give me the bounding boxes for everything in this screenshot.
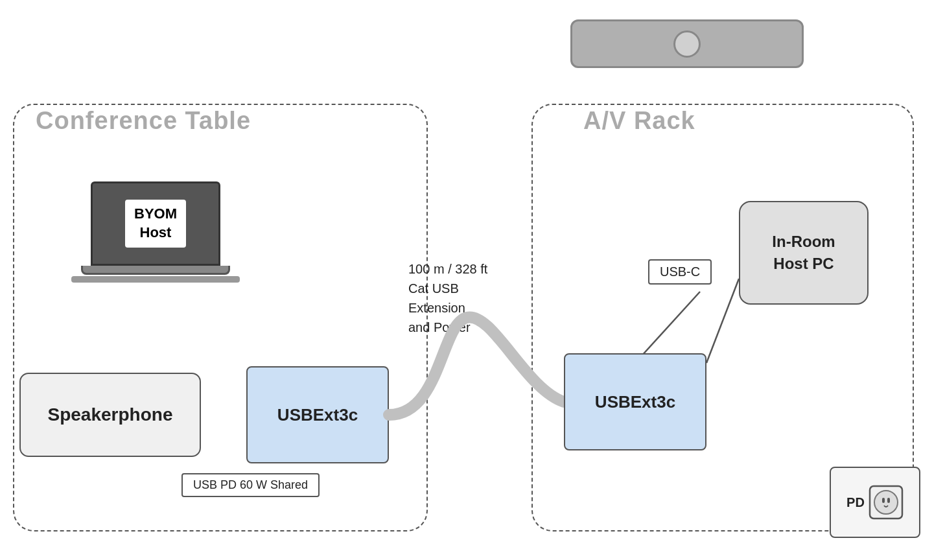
speakerphone-label: Speakerphone bbox=[48, 404, 173, 425]
extension-label: 100 m / 328 ft Cat USB Extension and Pow… bbox=[408, 259, 522, 337]
laptop-foot bbox=[71, 276, 240, 283]
speakerphone-box: Speakerphone bbox=[19, 373, 201, 457]
usb-pd-label: USB PD 60 W Shared bbox=[181, 473, 320, 497]
zone-conference bbox=[13, 104, 428, 531]
laptop-screen: BYOM Host bbox=[91, 181, 220, 266]
svg-point-3 bbox=[874, 491, 898, 514]
laptop-screen-label: BYOM Host bbox=[125, 200, 186, 247]
svg-rect-4 bbox=[882, 498, 885, 503]
usbext-right-label: USBExt3c bbox=[595, 392, 675, 412]
inroom-pc-label: In-Room Host PC bbox=[772, 231, 835, 274]
pd-label: PD bbox=[846, 495, 865, 510]
usbext-left-label: USBExt3c bbox=[277, 405, 358, 425]
power-box: PD bbox=[830, 467, 920, 538]
usbext-left-box: USBExt3c bbox=[246, 366, 389, 463]
top-device bbox=[570, 19, 804, 68]
diagram-container: Conference Table A/V Rack BYOM Host Spea… bbox=[0, 0, 945, 560]
usbc-label: USB-C bbox=[648, 259, 712, 285]
laptop-container: BYOM Host bbox=[78, 181, 233, 283]
zone-av-label: A/V Rack bbox=[583, 107, 695, 135]
inroom-pc-box: In-Room Host PC bbox=[739, 201, 869, 305]
outlet-icon bbox=[869, 485, 904, 520]
zone-conference-label: Conference Table bbox=[36, 107, 251, 135]
usbext-right-box: USBExt3c bbox=[564, 353, 706, 450]
laptop-base bbox=[81, 266, 230, 275]
svg-rect-5 bbox=[887, 498, 890, 503]
top-device-circle bbox=[673, 30, 701, 58]
